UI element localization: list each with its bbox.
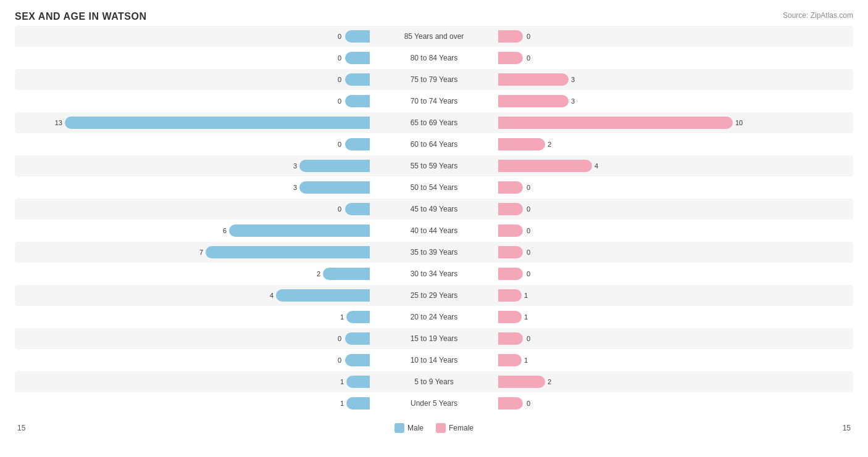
male-zero-value: 0	[338, 54, 345, 62]
left-section: 2	[15, 263, 372, 284]
male-bar	[345, 30, 370, 43]
female-zero-value: 0	[523, 205, 530, 213]
age-label: 30 to 34 Years	[372, 270, 496, 278]
male-value: 1	[340, 378, 344, 385]
age-label: 20 to 24 Years	[372, 313, 496, 321]
female-zero-value: 0	[523, 249, 530, 256]
female-bar	[498, 268, 523, 280]
axis-left-label: 15	[17, 424, 25, 432]
age-label: 75 to 79 Years	[372, 75, 496, 84]
male-bar	[299, 181, 370, 194]
female-bar	[498, 397, 523, 410]
left-section: 0	[15, 350, 372, 371]
chart-row: 010 to 14 Years1	[15, 350, 853, 371]
right-section: 3	[496, 69, 853, 90]
male-bar	[345, 354, 370, 366]
female-value: 2	[548, 378, 551, 385]
female-zero-value: 0	[523, 33, 530, 40]
left-section: 0	[15, 199, 372, 220]
legend-male: Male	[394, 423, 424, 433]
right-section: 0	[496, 47, 853, 68]
left-section: 0	[15, 328, 372, 349]
left-section: 0	[15, 134, 372, 155]
right-section: 1	[496, 307, 853, 327]
chart-row: 350 to 54 Years0	[15, 177, 853, 198]
legend: Male Female	[394, 423, 474, 433]
chart-row: 15 to 9 Years2	[15, 371, 853, 392]
male-value: 4	[270, 292, 273, 299]
axis-right-label: 15	[843, 424, 851, 432]
female-bar	[498, 203, 523, 215]
female-value: 1	[524, 356, 528, 364]
female-bar	[498, 160, 592, 172]
female-value: 3	[571, 76, 575, 83]
age-label: 35 to 39 Years	[372, 248, 496, 257]
age-label: 70 to 74 Years	[372, 97, 496, 105]
male-bar	[345, 203, 370, 215]
chart-row: 070 to 74 Years3	[15, 91, 853, 112]
female-bar	[498, 289, 522, 302]
male-value: 7	[199, 249, 203, 256]
female-bar	[498, 224, 523, 237]
female-zero-value: 0	[523, 227, 530, 234]
chart-row: 120 to 24 Years1	[15, 307, 853, 327]
male-zero-value: 0	[338, 76, 345, 83]
left-section: 1	[15, 371, 372, 392]
male-bar	[276, 289, 370, 302]
female-zero-value: 0	[523, 184, 530, 191]
male-value: 2	[317, 270, 320, 278]
right-section: 0	[496, 242, 853, 263]
chart-row: 080 to 84 Years0	[15, 47, 853, 68]
female-bar	[498, 138, 545, 150]
female-label: Female	[449, 424, 474, 432]
chart-row: 640 to 44 Years0	[15, 220, 853, 241]
male-value: 3	[293, 184, 297, 191]
age-label: 45 to 49 Years	[372, 205, 496, 213]
male-zero-value: 0	[338, 335, 345, 342]
chart-row: 045 to 49 Years0	[15, 199, 853, 220]
male-value: 6	[223, 227, 227, 234]
source-link: Source: ZipAtlas.com	[783, 11, 853, 20]
female-zero-value: 0	[523, 54, 530, 62]
male-bar	[346, 397, 370, 410]
legend-female: Female	[436, 423, 474, 433]
male-bar	[346, 376, 370, 388]
age-label: 5 to 9 Years	[372, 377, 496, 386]
chart-row: 230 to 34 Years0	[15, 263, 853, 284]
male-bar	[345, 138, 370, 150]
male-bar	[229, 224, 370, 237]
chart-container: SEX AND AGE IN WATSON Source: ZipAtlas.c…	[0, 0, 868, 457]
female-value: 1	[524, 313, 528, 321]
right-section: 0	[496, 263, 853, 284]
right-section: 2	[496, 134, 853, 155]
chart-footer: 15 Male Female 15	[15, 423, 853, 433]
age-label: 10 to 14 Years	[372, 356, 496, 364]
right-section: 0	[496, 199, 853, 220]
male-zero-value: 0	[338, 205, 345, 213]
male-bar	[206, 246, 370, 258]
right-section: 1	[496, 350, 853, 371]
male-bar	[345, 95, 370, 107]
right-section: 0	[496, 26, 853, 47]
left-section: 0	[15, 47, 372, 68]
male-label: Male	[407, 424, 424, 432]
female-bar	[498, 30, 523, 43]
male-bar	[345, 332, 370, 345]
male-color-swatch	[394, 423, 404, 433]
male-value: 13	[55, 119, 62, 126]
age-label: 50 to 54 Years	[372, 183, 496, 192]
age-label: 80 to 84 Years	[372, 54, 496, 62]
right-section: 3	[496, 91, 853, 112]
left-section: 1	[15, 393, 372, 414]
female-zero-value: 0	[523, 270, 530, 278]
chart-row: 085 Years and over0	[15, 26, 853, 47]
female-bar	[498, 332, 523, 345]
age-label: 15 to 19 Years	[372, 334, 496, 343]
age-label: 85 Years and over	[372, 32, 496, 41]
male-zero-value: 0	[338, 356, 345, 364]
female-zero-value: 0	[523, 335, 530, 342]
female-bar	[498, 181, 523, 194]
male-zero-value: 0	[338, 33, 345, 40]
left-section: 1	[15, 307, 372, 327]
chart-row: 1365 to 69 Years10	[15, 112, 853, 133]
